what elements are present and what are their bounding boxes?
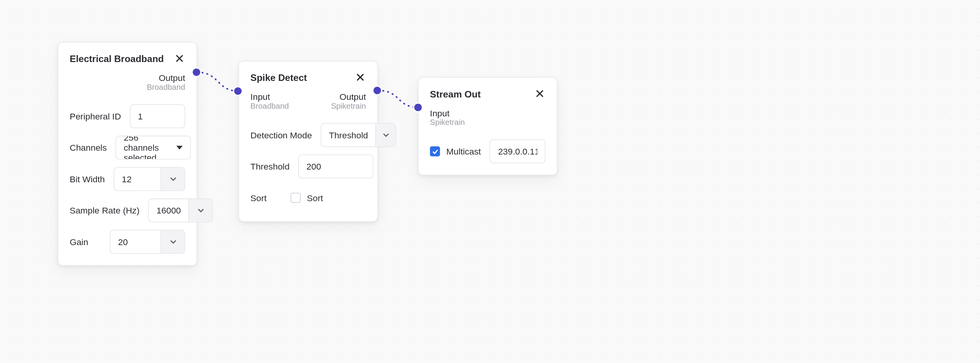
samplerate-value: 16000 bbox=[149, 205, 189, 215]
output-port-label: Output bbox=[331, 92, 366, 102]
sort-checkbox[interactable] bbox=[291, 193, 301, 203]
chevron-down-icon bbox=[188, 199, 212, 222]
bitwidth-select[interactable]: 12 bbox=[114, 167, 185, 191]
samplerate-select[interactable]: 16000 bbox=[148, 198, 213, 222]
multicast-checkbox[interactable] bbox=[430, 146, 440, 156]
close-icon[interactable] bbox=[534, 88, 545, 99]
output-port-label: Output bbox=[147, 73, 185, 83]
samplerate-label: Sample Rate (Hz) bbox=[70, 205, 139, 215]
gain-select[interactable]: 20 bbox=[110, 230, 185, 254]
chevron-down-icon bbox=[161, 168, 184, 190]
detection-mode-select[interactable]: Threshold bbox=[321, 123, 396, 147]
port-dot[interactable] bbox=[414, 104, 422, 111]
detection-mode-value: Threshold bbox=[322, 130, 376, 140]
chevron-down-icon bbox=[375, 124, 395, 146]
sort-label: Sort bbox=[250, 193, 266, 203]
peripheral-id-input[interactable] bbox=[130, 104, 185, 128]
node-electrical-broadband[interactable]: Electrical Broadband Output Broadband Pe… bbox=[58, 42, 197, 266]
threshold-input[interactable] bbox=[299, 155, 374, 178]
input-port-label: Input bbox=[250, 92, 289, 102]
gain-label: Gain bbox=[70, 237, 88, 247]
output-port-type: Spiketrain bbox=[331, 102, 366, 111]
node-title: Stream Out bbox=[430, 88, 481, 99]
output-port-type: Broadband bbox=[147, 83, 185, 92]
canvas[interactable]: Electrical Broadband Output Broadband Pe… bbox=[0, 0, 980, 363]
channels-value: 256 channels selected bbox=[124, 136, 170, 160]
input-port-label: Input bbox=[430, 108, 465, 118]
threshold-label: Threshold bbox=[250, 161, 289, 171]
close-icon[interactable] bbox=[174, 53, 185, 64]
input-port-type: Spiketrain bbox=[430, 118, 465, 127]
channels-label: Channels bbox=[70, 143, 107, 153]
multicast-address-input[interactable] bbox=[490, 139, 546, 163]
threshold-input-group: mHz bbox=[298, 155, 374, 178]
gain-value: 20 bbox=[111, 237, 161, 247]
detection-mode-label: Detection Mode bbox=[250, 130, 312, 140]
node-spike-detect[interactable]: Spike Detect Input Broadband Output Spik… bbox=[238, 61, 378, 222]
node-title: Spike Detect bbox=[250, 72, 307, 83]
wire-1 bbox=[197, 72, 239, 91]
multicast-label: Multicast bbox=[446, 146, 481, 156]
bitwidth-value: 12 bbox=[114, 174, 161, 184]
caret-down-icon bbox=[176, 146, 183, 150]
port-dot[interactable] bbox=[193, 69, 200, 76]
close-icon[interactable] bbox=[355, 72, 366, 83]
port-dot[interactable] bbox=[374, 87, 381, 94]
peripheral-id-label: Peripheral ID bbox=[70, 111, 121, 121]
chevron-down-icon bbox=[161, 230, 184, 253]
wire-2 bbox=[378, 91, 419, 108]
input-port-type: Broadband bbox=[250, 102, 289, 111]
port-dot[interactable] bbox=[234, 87, 242, 95]
node-title: Electrical Broadband bbox=[70, 53, 164, 64]
sort-checkbox-label: Sort bbox=[307, 193, 323, 203]
bitwidth-label: Bit Width bbox=[70, 174, 105, 184]
node-stream-out[interactable]: Stream Out Input Spiketrain Multicast bbox=[418, 77, 558, 175]
channels-select[interactable]: 256 channels selected bbox=[116, 136, 191, 160]
